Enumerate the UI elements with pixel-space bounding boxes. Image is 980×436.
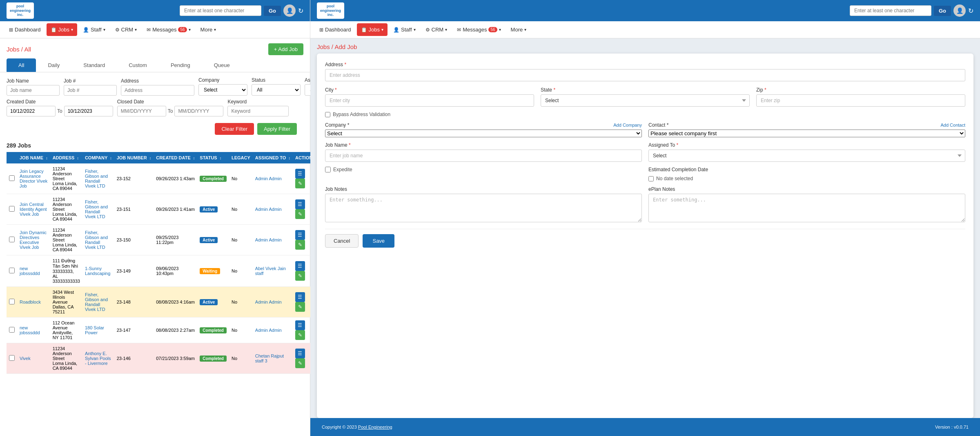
row-checkbox-2[interactable]	[9, 237, 15, 242]
action-edit-1[interactable]: ✎	[295, 209, 305, 219]
add-company-link[interactable]: Add Company	[613, 123, 642, 127]
nav-item-dashboard[interactable]: ⊞ Dashboard	[5, 23, 45, 36]
job-name-link-3[interactable]: new jobsssddd	[20, 266, 40, 276]
filter-status-select[interactable]: All	[252, 84, 301, 96]
action-edit-0[interactable]: ✎	[295, 179, 305, 188]
footer-company-link[interactable]: Pool Engineering	[358, 425, 392, 429]
col-job-number[interactable]: JOB NUMBER ↕	[114, 152, 154, 163]
job-name-link-1[interactable]: Join Central Identity Agent Vivek Job	[20, 202, 47, 217]
row-checkbox-6[interactable]	[9, 355, 15, 361]
zip-input[interactable]	[756, 94, 965, 107]
left-search-input[interactable]	[180, 5, 261, 16]
nav-item-staff[interactable]: 👤 Staff ▾	[79, 23, 109, 36]
col-company[interactable]: COMPANY ↕	[82, 152, 114, 163]
col-job-name[interactable]: JOB NAME ↕	[17, 152, 50, 163]
address-input[interactable]	[325, 69, 965, 81]
action-view-2[interactable]: ☰	[295, 230, 305, 240]
action-view-4[interactable]: ☰	[295, 292, 305, 302]
col-created-date[interactable]: CREATED DATE ↕	[154, 152, 197, 163]
tab-daily[interactable]: Daily	[36, 58, 71, 72]
action-edit-3[interactable]: ✎	[295, 271, 305, 281]
col-address[interactable]: ADDRESS ↕	[50, 152, 82, 163]
expedite-checkbox[interactable]	[325, 167, 331, 172]
apply-filter-button[interactable]: Apply Filter	[257, 123, 297, 135]
tab-standard[interactable]: Standard	[71, 58, 117, 72]
tab-custom[interactable]: Custom	[117, 58, 159, 72]
action-edit-2[interactable]: ✎	[295, 240, 305, 250]
left-avatar[interactable]: 👤	[283, 4, 296, 17]
action-view-0[interactable]: ☰	[295, 169, 305, 179]
est-completion-checkbox[interactable]	[648, 176, 654, 181]
action-edit-4[interactable]: ✎	[295, 302, 305, 312]
col-status[interactable]: STATUS ↕	[197, 152, 229, 163]
clear-filter-button[interactable]: Clear Filter	[215, 123, 254, 135]
right-go-button[interactable]: Go	[934, 6, 951, 16]
action-view-1[interactable]: ☰	[295, 199, 305, 209]
company-link-2[interactable]: Fisher, Gibson and Randall Vivek LTD	[85, 230, 108, 250]
action-view-5[interactable]: ☰	[295, 320, 305, 330]
job-name-link-2[interactable]: Join Dynamic Directives Executive Vivek …	[20, 230, 47, 250]
assigned-to-select[interactable]: Select	[648, 150, 965, 162]
action-view-6[interactable]: ☰	[295, 349, 305, 358]
nav-item-jobs[interactable]: 📋 Jobs ▾	[47, 23, 77, 36]
nav-item-more[interactable]: More ▾	[196, 23, 220, 36]
row-checkbox-1[interactable]	[9, 206, 15, 212]
company-link-4[interactable]: Fisher, Gibson and Randall Vivek LTD	[85, 292, 108, 312]
company-link-0[interactable]: Fisher, Gibson and Randall Vivek LTD	[85, 169, 108, 188]
job-name-link-6[interactable]: Vivek	[20, 356, 31, 361]
filter-address-input[interactable]	[121, 85, 194, 96]
filter-job-name-input[interactable]	[7, 85, 60, 96]
right-nav-staff[interactable]: 👤 Staff ▾	[389, 23, 420, 36]
job-notes-textarea[interactable]	[325, 194, 642, 222]
cancel-button[interactable]: Cancel	[325, 234, 359, 248]
filter-company-select[interactable]: Select	[198, 84, 247, 96]
action-edit-5[interactable]: ✎	[295, 330, 305, 340]
company-select[interactable]: Select	[325, 130, 642, 137]
filter-closed-date-to[interactable]	[174, 106, 223, 116]
left-refresh-icon[interactable]: ↻	[298, 7, 303, 15]
state-select[interactable]: Select	[541, 94, 750, 107]
right-refresh-icon[interactable]: ↻	[968, 7, 973, 15]
right-search-input[interactable]	[850, 5, 931, 16]
job-name-link-4[interactable]: Roadblock	[20, 300, 41, 304]
right-avatar[interactable]: 👤	[953, 4, 966, 17]
company-link-3[interactable]: 1-Sunny Landscaping	[85, 266, 110, 276]
right-nav-crm[interactable]: ⚙ CRM ▾	[421, 23, 452, 36]
filter-closed-date-from[interactable]	[117, 106, 166, 116]
job-name-link-5[interactable]: new jobsssddd	[20, 325, 40, 335]
right-nav-messages[interactable]: ✉ Messages 56 ▾	[453, 23, 505, 36]
filter-created-date-from[interactable]	[7, 106, 56, 116]
tab-pending[interactable]: Pending	[159, 58, 202, 72]
city-input[interactable]	[325, 94, 534, 107]
company-link-1[interactable]: Fisher, Gibson and Randall Vivek LTD	[85, 199, 108, 219]
save-button[interactable]: Save	[363, 234, 394, 248]
row-checkbox-3[interactable]	[9, 268, 15, 273]
job-name-link-0[interactable]: Join Legacy Assurance Director Vivek Job	[20, 169, 47, 188]
action-edit-6[interactable]: ✎	[295, 358, 305, 368]
row-checkbox-4[interactable]	[9, 299, 15, 304]
filter-created-date-to[interactable]	[64, 106, 113, 116]
right-nav-jobs[interactable]: 📋 Jobs ▾	[357, 23, 388, 36]
add-job-button[interactable]: + Add Job	[268, 43, 303, 55]
contact-select[interactable]: Please select company first	[648, 130, 965, 137]
nav-item-crm[interactable]: ⚙ CRM ▾	[111, 23, 141, 36]
job-name-input[interactable]	[325, 150, 642, 162]
bypass-checkbox[interactable]	[325, 112, 330, 117]
filter-job-number-input[interactable]	[64, 85, 117, 96]
right-nav-more[interactable]: More ▾	[507, 23, 531, 36]
company-link-6[interactable]: Anthony E. Sylvan Pools - Livermore	[85, 351, 111, 366]
col-assigned-to[interactable]: ASSIGNED TO ↕	[253, 152, 293, 163]
add-contact-link[interactable]: Add Contact	[940, 123, 965, 127]
tab-queue[interactable]: Queue	[202, 58, 242, 72]
filter-keyword-input[interactable]	[227, 106, 289, 116]
eplan-notes-textarea[interactable]	[648, 194, 965, 222]
col-legacy[interactable]: LEGACY	[229, 152, 253, 163]
left-go-button[interactable]: Go	[264, 6, 281, 16]
row-checkbox-5[interactable]	[9, 327, 15, 333]
right-nav-dashboard[interactable]: ⊞ Dashboard	[315, 23, 355, 36]
action-view-3[interactable]: ☰	[295, 261, 305, 271]
row-checkbox-0[interactable]	[9, 175, 15, 181]
company-link-5[interactable]: 180 Solar Power	[85, 325, 104, 335]
tab-all[interactable]: All	[7, 58, 36, 72]
nav-item-messages[interactable]: ✉ Messages 56 ▾	[143, 23, 194, 36]
